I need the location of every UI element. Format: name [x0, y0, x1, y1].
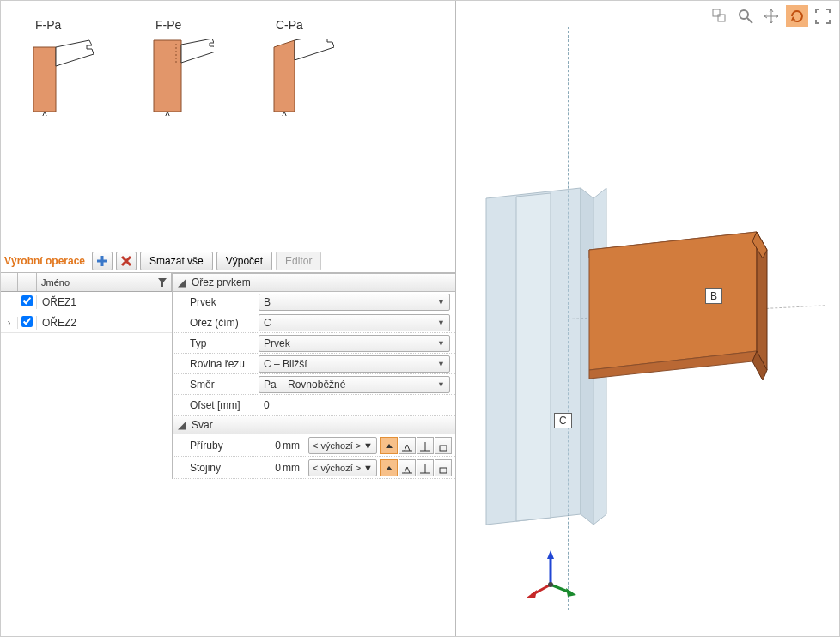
collapse-arrow-icon: ◢ — [178, 419, 186, 431]
svg-marker-13 — [158, 278, 167, 287]
weld-opt-3[interactable] — [417, 459, 434, 476]
svg-marker-34 — [566, 588, 576, 597]
weld-preset-dropdown[interactable]: < výchozí >▼ — [308, 459, 377, 476]
chevron-down-icon: ▼ — [437, 318, 445, 327]
svg-marker-23 — [516, 193, 551, 521]
type-option-cpa[interactable]: C-Pa — [257, 18, 334, 116]
svg-marker-26 — [589, 232, 757, 370]
table-row[interactable]: › OŘEZ2 — [1, 312, 172, 333]
svg-marker-10 — [295, 39, 334, 60]
operations-grid: Jméno OŘEZ1 › OŘEZ2 — [1, 273, 173, 479]
weld-opt-3[interactable] — [417, 437, 434, 454]
weld-preset-dropdown[interactable]: < výchozí >▼ — [308, 437, 377, 454]
smer-dropdown[interactable]: Pa – Rovnoběžné▼ — [259, 376, 450, 393]
type-option-fpe[interactable]: F-Pe — [137, 18, 214, 116]
weld-unit: mm — [283, 462, 308, 474]
plus-icon — [96, 255, 108, 267]
section-weld-label: Svar — [192, 419, 213, 431]
svg-rect-15 — [440, 468, 447, 473]
svg-marker-5 — [181, 39, 214, 63]
row-checkbox[interactable] — [21, 295, 33, 306]
cut-type-fpe-icon — [137, 39, 214, 116]
weld-icon — [419, 440, 431, 452]
weld-icon — [401, 462, 413, 474]
svg-line-3 — [45, 112, 47, 116]
prvek-dropdown[interactable]: B▼ — [259, 294, 450, 311]
scene: B C — [456, 1, 839, 636]
weld-opt-2[interactable] — [399, 437, 416, 454]
prop-label: Ofset [mm] — [190, 399, 259, 411]
chevron-down-icon: ▼ — [363, 463, 373, 473]
weld-unit: mm — [283, 440, 308, 452]
prop-ofset: Ofset [mm] 0 — [173, 395, 455, 416]
type-row: F-Pa F-Pe — [16, 18, 440, 116]
grid-header-name-label: Jméno — [41, 277, 70, 288]
cut-type-fpa-icon — [16, 39, 94, 116]
left-panel: F-Pa F-Pe — [1, 1, 456, 636]
svg-rect-14 — [440, 446, 447, 451]
member-label-b: B — [705, 288, 722, 304]
weld-label: Stojiny — [190, 462, 241, 474]
svg-line-2 — [42, 112, 45, 116]
prop-prvek: Prvek B▼ — [173, 292, 455, 312]
app-root: F-Pa F-Pe — [0, 0, 840, 637]
member-label-c: C — [554, 413, 572, 428]
prop-label: Prvek — [190, 296, 259, 308]
model-svg — [456, 1, 840, 636]
typ-dropdown[interactable]: Prvek▼ — [259, 335, 450, 352]
weld-priruby: Příruby 0 mm < výchozí >▼ — [173, 434, 455, 457]
add-operation-button[interactable] — [92, 252, 113, 270]
operations-detail: Jméno OŘEZ1 › OŘEZ2 ◢ — [1, 272, 455, 479]
calculate-button[interactable]: Výpočet — [216, 252, 272, 270]
svg-line-8 — [167, 112, 170, 116]
section-header-cut[interactable]: ◢ Ořez prvkem — [173, 273, 455, 292]
operations-toolbar: Výrobní operace Smazat vše Výpočet Edito… — [1, 250, 455, 272]
weld-opt-4[interactable] — [435, 459, 452, 476]
prop-typ: Typ Prvek▼ — [173, 333, 455, 354]
table-row[interactable]: OŘEZ1 — [1, 292, 172, 312]
weld-stojiny: Stojiny 0 mm < výchozí >▼ — [173, 457, 455, 479]
svg-line-12 — [284, 112, 287, 116]
type-option-fpa[interactable]: F-Pa — [16, 18, 94, 116]
collapse-arrow-icon: ◢ — [178, 276, 186, 288]
ofset-value[interactable]: 0 — [259, 399, 450, 411]
weld-label: Příruby — [190, 440, 241, 452]
rovina-dropdown[interactable]: C – Bližší▼ — [259, 355, 450, 373]
chevron-down-icon: ▼ — [437, 298, 445, 306]
row-indicator: › — [1, 317, 18, 329]
prop-orez: Ořez (čím) C▼ — [173, 312, 455, 333]
grid-header-name[interactable]: Jméno — [37, 273, 172, 291]
row-checkbox[interactable] — [21, 316, 33, 327]
weld-icon — [401, 440, 413, 452]
axis-gizmo-icon — [525, 550, 576, 602]
weld-opt-1[interactable] — [380, 459, 398, 476]
grid-header-selector — [1, 273, 18, 291]
svg-marker-1 — [56, 40, 94, 66]
orez-dropdown[interactable]: C▼ — [259, 314, 450, 331]
weld-opt-2[interactable] — [399, 459, 416, 476]
weld-icon — [437, 462, 449, 474]
weld-value[interactable]: 0 — [241, 440, 283, 452]
delete-operation-button[interactable] — [116, 252, 137, 270]
svg-line-7 — [165, 112, 167, 116]
weld-value[interactable]: 0 — [241, 462, 283, 474]
row-name: OŘEZ1 — [37, 296, 172, 308]
prop-label: Rovina řezu — [190, 358, 259, 370]
chevron-down-icon: ▼ — [363, 440, 373, 451]
clear-all-button[interactable]: Smazat vše — [140, 252, 213, 270]
prop-label: Ořez (čím) — [190, 317, 259, 329]
type-label: F-Pa — [35, 18, 61, 32]
prop-rovina: Rovina řezu C – Bližší▼ — [173, 354, 455, 374]
weld-opt-1[interactable] — [380, 437, 398, 454]
cut-type-cpa-icon — [257, 39, 334, 116]
grid-header: Jméno — [1, 273, 172, 292]
editor-button[interactable]: Editor — [276, 252, 321, 270]
type-label: F-Pe — [155, 18, 181, 32]
svg-point-37 — [548, 582, 553, 587]
svg-marker-4 — [154, 40, 181, 112]
section-header-weld[interactable]: ◢ Svar — [173, 416, 455, 434]
viewport-3d[interactable]: B C — [456, 1, 839, 636]
svg-marker-36 — [527, 590, 537, 598]
type-label: C-Pa — [276, 18, 303, 32]
weld-opt-4[interactable] — [435, 437, 452, 454]
